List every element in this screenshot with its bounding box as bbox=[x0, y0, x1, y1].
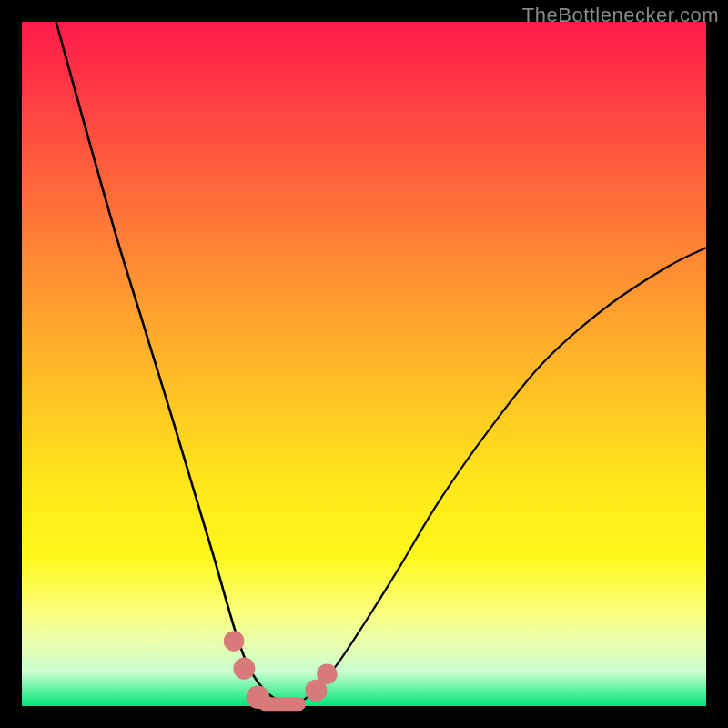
marker-pill bbox=[258, 697, 306, 711]
watermark-text: TheBottlenecker.com bbox=[522, 4, 719, 27]
curve-left-branch bbox=[56, 22, 289, 704]
chart-frame: TheBottlenecker.com bbox=[0, 0, 728, 728]
trough-markers bbox=[224, 631, 338, 711]
plot-area bbox=[22, 22, 706, 706]
curve-right-branch bbox=[288, 248, 706, 704]
marker-dot bbox=[224, 631, 245, 652]
marker-dot bbox=[317, 663, 338, 684]
marker-dot bbox=[233, 658, 255, 680]
chart-svg bbox=[22, 22, 706, 706]
